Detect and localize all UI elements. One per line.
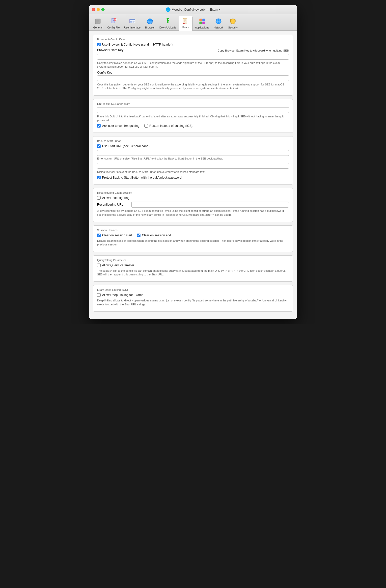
restart-row: Restart instead of quitting (iOS) [144,124,193,128]
svg-text:New: New [114,19,117,20]
browser-exam-key-row: Browser Exam Key Copy Browser Exam Key t… [97,48,289,53]
allow-reconfiguring-checkbox[interactable] [97,196,101,200]
tab-browser-label: Browser [145,26,155,29]
exam-icon: A+ [182,17,190,25]
browser-exam-key-label: Browser Exam Key [97,48,123,52]
svg-rect-30 [199,22,202,24]
allow-reconfiguring-label: Allow Reconfiguring [102,196,129,200]
svg-rect-12 [133,21,135,22]
traffic-lights [92,8,105,11]
tab-down-uploads[interactable]: Down/Uploads [157,16,178,30]
clear-start-checkbox[interactable] [97,234,101,237]
tab-applications[interactable]: Applications [193,16,211,30]
session-cookies-section: Session Cookies Clear on session start C… [93,225,293,252]
svg-rect-2 [96,21,99,21]
config-key-field[interactable]: ba17d15a5389eb9891cb2db2b0e090da97d4be75… [97,75,289,81]
svg-rect-22 [167,21,168,23]
close-button[interactable] [92,8,95,11]
restart-checkbox[interactable] [144,124,148,128]
copy-checkbox-row: Copy Browser Exam Key to clipboard when … [213,49,289,52]
browser-icon [146,17,154,25]
copy-browser-exam-key-checkbox[interactable] [213,49,216,52]
tab-browser[interactable]: Browser [143,16,157,30]
allow-deep-linking-row: Allow Deep Linking for Exams [97,293,289,297]
back-to-start-help: Enter custom URL or select "Use Start UR… [97,157,289,160]
maximize-button[interactable] [101,8,105,11]
back-to-start-section: Back to Start Button Use Start URL (see … [93,136,293,185]
user-interface-icon [128,17,136,25]
tab-config-file[interactable]: File New Config File [105,16,122,30]
tab-security-label: Security [228,26,238,29]
reconfiguring-header: Reconfiguring Exam Session [97,191,289,194]
tab-user-interface-label: User Interface [124,26,140,29]
session-cookies-options: Clear on session start Clear on session … [97,234,289,239]
title-filename: Moodle_ConfigKey.seb [172,8,205,11]
ask-confirm-label: Ask user to confirm quitting [102,124,139,128]
config-file-icon: File New [110,17,117,25]
reconfiguring-section: Reconfiguring Exam Session Allow Reconfi… [93,188,293,222]
content-area: Browser & Config Keys Use Browser & Conf… [89,31,297,319]
clear-start-row: Clear on session start [97,234,132,237]
browser-config-keys-header: Browser & Config Keys [97,38,289,41]
svg-text:A+: A+ [183,23,185,24]
tab-user-interface[interactable]: User Interface [122,16,142,30]
clear-end-checkbox[interactable] [137,234,140,237]
tab-general-label: General [93,26,102,29]
browser-exam-key-field[interactable]: 3826b3fbd721f54181ac52c8dc894dbcbc6fa423… [97,54,289,60]
tab-network-label: Network [214,26,223,29]
minimize-button[interactable] [97,8,100,11]
use-start-url-row: Use Start URL (see General pane) [97,144,289,148]
allow-deep-linking-label: Allow Deep Linking for Exams [102,293,143,297]
ask-confirm-checkbox[interactable] [97,124,101,128]
tab-exam[interactable]: A+ Exam [179,16,193,31]
query-string-help: The seb(s):// link to the config file ca… [97,269,289,277]
uploads-icon [164,17,172,25]
svg-rect-3 [96,22,98,22]
svg-marker-21 [166,18,169,20]
svg-rect-29 [202,19,205,21]
quit-header: Link to quit SEB after exam [97,102,289,105]
browser-config-keys-section: Browser & Config Keys Use Browser & Conf… [93,35,293,96]
session-cookies-help: Disable clearing session cookies when en… [97,239,289,247]
query-string-section: Query String Parameter Allow Query Param… [93,255,293,282]
allow-deep-linking-checkbox[interactable] [97,293,101,297]
ask-confirm-row: Ask user to confirm quitting [97,124,139,128]
clear-end-label: Clear on session end [142,234,171,237]
protect-row: Protect Back to Start Button with the qu… [97,176,289,179]
general-icon [94,17,102,25]
chevron-down-icon[interactable]: ▾ [219,8,220,11]
copy-browser-exam-key-label: Copy Browser Exam Key to clipboard when … [218,49,289,52]
allow-query-label: Allow Query Parameter [102,264,134,267]
protect-label: Protect Back to Start Button with the qu… [102,176,182,179]
quit-options-row: Ask user to confirm quitting Restart ins… [97,124,289,130]
button-title-help: Dialog title/tool tip text of the Back t… [97,170,289,174]
applications-icon [198,17,206,25]
svg-rect-11 [130,21,132,23]
tab-applications-label: Applications [195,26,209,29]
quit-url-field[interactable]: http://safeexambrowser.org/quit [97,107,289,113]
button-title-field[interactable]: Back to Exam Start [97,163,289,169]
reconfiguring-url-field[interactable] [131,202,289,208]
tab-exam-label: Exam [182,26,189,29]
allow-query-checkbox[interactable] [97,264,101,267]
tab-network[interactable]: Network [212,16,225,30]
deep-linking-header: Exam Deep Linking (iOS) [97,288,289,291]
allow-reconfiguring-row: Allow Reconfiguring [97,196,289,200]
tab-general[interactable]: General [91,16,105,30]
title-subtitle: Exam [210,8,218,11]
custom-url-field[interactable] [97,150,289,156]
config-key-help: Copy this key (which depends on your SEB… [97,83,289,90]
clear-end-row: Clear on session end [137,234,171,237]
query-string-header: Query String Parameter [97,259,289,262]
back-to-start-header: Back to Start Button [97,139,289,142]
title-separator: — [206,8,209,11]
svg-rect-10 [130,19,135,20]
protect-checkbox[interactable] [97,176,101,179]
use-start-url-checkbox[interactable] [97,144,101,148]
use-browser-config-keys-checkbox[interactable] [97,43,101,46]
use-start-url-label: Use Start URL (see General pane) [102,144,149,148]
toolbar: General File New Config File [89,14,297,31]
tab-security[interactable]: Security [226,16,240,30]
svg-rect-31 [202,22,205,24]
tab-down-uploads-label: Down/Uploads [159,26,176,29]
